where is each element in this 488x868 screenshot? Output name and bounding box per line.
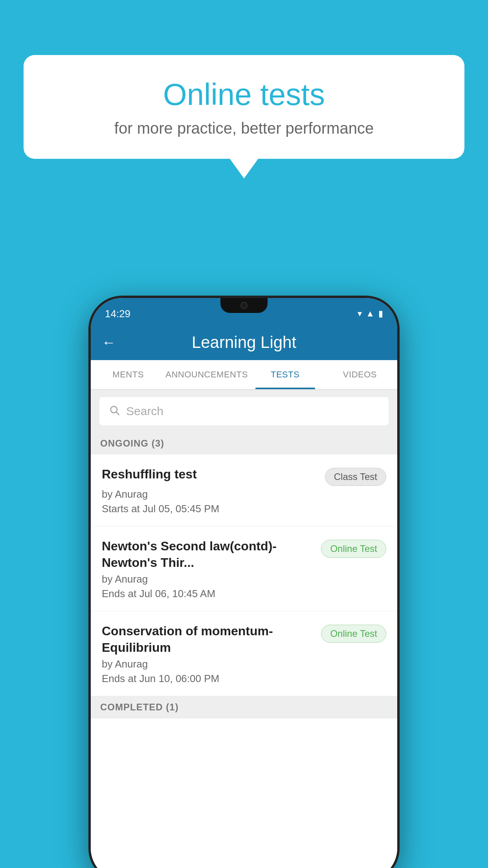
test-badge-online: Online Test <box>321 625 386 643</box>
test-date: Starts at Jul 05, 05:45 PM <box>102 503 386 515</box>
battery-icon: ▮ <box>378 309 383 319</box>
test-author: by Anurag <box>102 658 386 670</box>
list-item[interactable]: Reshuffling test Class Test by Anurag St… <box>91 454 397 526</box>
test-item-header: Conservation of momentum-Equilibrium Onl… <box>102 623 386 656</box>
wifi-icon: ▾ <box>358 309 362 319</box>
tab-ments[interactable]: MENTS <box>91 360 165 389</box>
test-author: by Anurag <box>102 488 386 500</box>
tests-list: Reshuffling test Class Test by Anurag St… <box>91 454 397 868</box>
tab-tests[interactable]: TESTS <box>248 360 323 389</box>
bubble-title: Online tests <box>47 77 441 112</box>
completed-label: COMPLETED (1) <box>100 702 179 713</box>
notch-camera <box>240 302 248 309</box>
test-title: Newton's Second law(contd)-Newton's Thir… <box>102 538 316 571</box>
phone-screen: 14:29 ▾ ▲ ▮ ← Learning Light MENTS ANNOU… <box>91 298 397 868</box>
ongoing-label: ONGOING (3) <box>100 438 164 449</box>
list-item[interactable]: Conservation of momentum-Equilibrium Onl… <box>91 611 397 696</box>
bubble-pointer <box>230 159 258 178</box>
ongoing-section-header: ONGOING (3) <box>91 432 397 454</box>
test-author: by Anurag <box>102 573 386 585</box>
test-date: Ends at Jun 10, 06:00 PM <box>102 673 386 685</box>
search-container: Search <box>91 390 397 432</box>
phone-device: 14:29 ▾ ▲ ▮ ← Learning Light MENTS ANNOU… <box>91 298 397 868</box>
test-date: Ends at Jul 06, 10:45 AM <box>102 588 386 600</box>
tabs-bar: MENTS ANNOUNCEMENTS TESTS VIDEOS <box>91 360 397 390</box>
speech-bubble: Online tests for more practice, better p… <box>24 55 464 159</box>
test-item-header: Newton's Second law(contd)-Newton's Thir… <box>102 538 386 571</box>
svg-line-1 <box>116 412 119 414</box>
app-title: Learning Light <box>124 333 386 352</box>
tab-videos[interactable]: VIDEOS <box>323 360 397 389</box>
search-icon <box>109 404 120 419</box>
completed-section-header: COMPLETED (1) <box>91 696 397 718</box>
back-button[interactable]: ← <box>102 334 116 351</box>
test-title: Conservation of momentum-Equilibrium <box>102 623 316 656</box>
bubble-subtitle: for more practice, better performance <box>47 120 441 137</box>
status-time: 14:29 <box>105 308 130 320</box>
promo-section: Online tests for more practice, better p… <box>24 55 464 178</box>
test-badge-class: Class Test <box>325 468 386 486</box>
search-placeholder: Search <box>126 405 163 418</box>
list-item[interactable]: Newton's Second law(contd)-Newton's Thir… <box>91 526 397 611</box>
tab-announcements[interactable]: ANNOUNCEMENTS <box>165 360 248 389</box>
phone-notch <box>220 298 268 313</box>
status-icons: ▾ ▲ ▮ <box>358 309 383 319</box>
signal-icon: ▲ <box>366 309 374 319</box>
app-bar: ← Learning Light <box>91 325 397 360</box>
search-box[interactable]: Search <box>99 397 389 425</box>
test-badge-online: Online Test <box>321 540 386 558</box>
test-item-header: Reshuffling test Class Test <box>102 466 386 486</box>
test-title: Reshuffling test <box>102 466 320 483</box>
